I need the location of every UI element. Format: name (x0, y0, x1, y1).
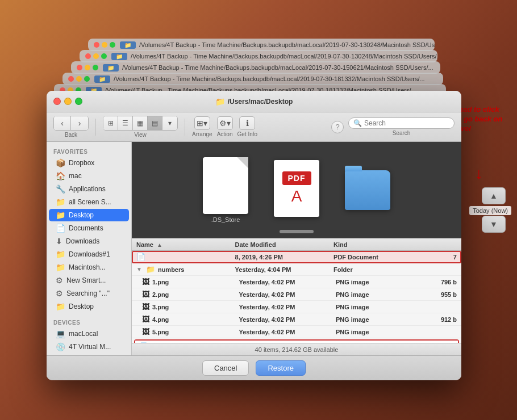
arrange-button-group[interactable]: ⊞▾ Arrange (192, 116, 212, 137)
separator-2 (185, 119, 185, 136)
sidebar-item-dropbox[interactable]: 📦 Dropbox (49, 157, 129, 169)
preview-scrollbar[interactable] (280, 230, 314, 233)
file-list-container[interactable]: Name ▲ Date Modified Kind 📄 8, 2019, 4:2… (132, 238, 461, 343)
cancel-button[interactable]: Cancel (202, 360, 249, 376)
file-name-4: 3.png (152, 304, 169, 310)
view-options-button[interactable]: ▾ (162, 116, 177, 130)
action-button-group[interactable]: ⚙▾ Action (217, 116, 233, 137)
file-kind-2: PNG image (336, 279, 408, 285)
file-size-5: 912 b (408, 316, 457, 323)
stacked-path-3: /Volumes/4T Backup - Time Machine/Backup… (122, 64, 433, 71)
img-file-icon: 🖼 (142, 327, 149, 336)
table-row[interactable]: 📄 8, 2019, 4:26 PM PDF Document 7 (132, 251, 461, 263)
title-path: /Users/mac/Desktop (228, 98, 293, 106)
search-input[interactable] (364, 119, 449, 127)
acrobat-icon: A (291, 187, 302, 205)
pdf-banner: PDF (282, 171, 311, 185)
sidebar-item-applications[interactable]: 🔧 Applications (49, 183, 129, 195)
sidebar-item-searching[interactable]: ⚙ Searching "..." (49, 287, 129, 300)
sidebar-label-screenshots: all Screen S... (69, 198, 111, 206)
ds-store-icon (203, 157, 248, 214)
file-size-2: 796 b (408, 279, 457, 285)
file-name-6: 5.png (152, 329, 169, 335)
title-bar: 📁 /Users/mac/Desktop (47, 91, 461, 112)
column-view-button[interactable]: ▦ (133, 116, 148, 130)
list-view-button[interactable]: ☰ (118, 116, 133, 130)
search-label: Search (393, 130, 411, 136)
file-size-3: 955 b (408, 291, 457, 298)
name-column-header[interactable]: Name ▲ (136, 241, 235, 248)
sidebar-item-downloads[interactable]: ⬇ Downloads (49, 235, 129, 247)
table-row[interactable]: 🖼 2.png Yesterday, 4:02 PM PNG image 955… (132, 288, 461, 301)
action-label: Action (217, 131, 233, 137)
stacked-window-2: 📁 /Volumes/4T Backup - Time Machine/Back… (80, 50, 437, 62)
stacked-path-1: /Volumes/4T Backup - Time Machine/Backup… (139, 41, 435, 48)
kind-column-header[interactable]: Kind (333, 241, 407, 248)
table-row[interactable]: 🖼 5.png Yesterday, 4:02 PM PNG image (132, 326, 461, 338)
file-area: .DS_Store PDF A (132, 142, 461, 355)
file-size-0: 7 (407, 254, 457, 261)
downloads-icon: ⬇ (56, 237, 62, 246)
preview-strip: .DS_Store PDF A (132, 142, 461, 238)
file-date-4: Yesterday, 4:02 PM (239, 304, 335, 310)
back-label: Back (65, 132, 77, 138)
icon-view-button[interactable]: ⊞ (103, 116, 118, 130)
file-date-1: Yesterday, 4:04 PM (235, 266, 334, 273)
table-row[interactable]: 🖼 3.png Yesterday, 4:02 PM PNG image (132, 301, 461, 313)
folder-preview (345, 170, 390, 210)
time-machine-down-button[interactable]: ▼ (482, 216, 506, 233)
sort-arrow: ▲ (157, 242, 162, 248)
date-column-header[interactable]: Date Modified (235, 241, 334, 248)
sidebar-item-newsmart[interactable]: ⚙ New Smart... (49, 274, 129, 287)
minimize-button[interactable] (64, 98, 72, 105)
sidebar-item-downloads1[interactable]: 📁 Downloads#1 (49, 248, 129, 261)
restore-button[interactable]: Restore (256, 360, 306, 376)
file-name-3: 2.png (152, 291, 169, 298)
get-info-button-group[interactable]: ℹ Get Info (237, 116, 258, 137)
search-icon: 🔍 (353, 119, 362, 127)
view-buttons: ⊞ ☰ ▦ ▤ ▾ (103, 116, 178, 131)
stacked-window-1: 📁 /Volumes/4T Backup - Time Machine/Back… (88, 39, 435, 51)
sidebar-item-mac[interactable]: 🏠 mac (49, 170, 129, 182)
folder-icon-screenshots: 📁 (56, 198, 65, 207)
window-controls (53, 98, 82, 105)
file-date-6: Yesterday, 4:02 PM (239, 329, 335, 335)
stacked-path-4: /Volumes/4T Backup - Time Machine/Backup… (114, 75, 425, 82)
gear-icon: ⚙▾ (217, 116, 233, 130)
sidebar-item-documents[interactable]: 📄 Documents (49, 222, 129, 234)
table-row[interactable]: 🖼 1.png Yesterday, 4:02 PM PNG image 796… (132, 276, 461, 288)
ds-store-preview: .DS_Store (203, 157, 248, 223)
folder-icon-downloads1: 📁 (56, 250, 65, 259)
maximize-button[interactable] (75, 98, 82, 105)
gear-icon-newsmart: ⚙ (56, 276, 63, 285)
hdd-icon-4tvirtual: 💿 (56, 342, 65, 351)
favorites-header: Favorites (47, 146, 131, 156)
sidebar-item-4tvirtual[interactable]: 💿 4T Virtual M... (49, 341, 129, 353)
file-date-5: Yesterday, 4:02 PM (239, 316, 335, 323)
documents-icon: 📄 (56, 224, 65, 233)
annotation-arrow: ↓ (475, 165, 483, 183)
pdf-body: PDF A (274, 160, 319, 217)
sidebar-item-macintosh[interactable]: 📁 Macintosh... (49, 261, 129, 274)
sidebar-item-desktop2[interactable]: 📁 Desktop (49, 300, 129, 313)
dropbox-icon: 📦 (56, 158, 65, 167)
table-row[interactable]: ▼ 📁 numbers Yesterday, 4:04 PM Folder (132, 263, 461, 276)
sidebar-item-desktop[interactable]: 📁 Desktop (49, 209, 129, 221)
back-button[interactable]: ‹ (54, 116, 71, 130)
time-machine-up-button[interactable]: ▲ (482, 187, 506, 204)
table-row[interactable]: 🖼 4.png Yesterday, 4:02 PM PNG image 912… (132, 313, 461, 326)
sidebar-item-maclocal[interactable]: 💻 macLocal (49, 327, 129, 340)
cover-flow-button[interactable]: ▤ (148, 116, 162, 130)
img-file-icon: 🖼 (142, 315, 149, 324)
disclosure-arrow: ▼ (136, 266, 142, 272)
search-input-wrapper[interactable]: 🔍 (348, 117, 455, 129)
forward-button[interactable]: › (71, 116, 88, 130)
sidebar-item-screenshots[interactable]: 📁 all Screen S... (49, 196, 129, 208)
help-button[interactable]: ? (331, 121, 344, 133)
navigation-buttons: ‹ › (53, 116, 89, 131)
view-group: ⊞ ☰ ▦ ▤ ▾ View (103, 116, 178, 138)
devices-header: Devices (47, 317, 131, 327)
toolbar: ‹ › Back ⊞ ☰ ▦ ▤ ▾ View ⊞▾ Arrange ⚙▾ Ac… (47, 112, 461, 142)
close-button[interactable] (53, 98, 61, 105)
gear-icon-searching: ⚙ (56, 289, 63, 298)
